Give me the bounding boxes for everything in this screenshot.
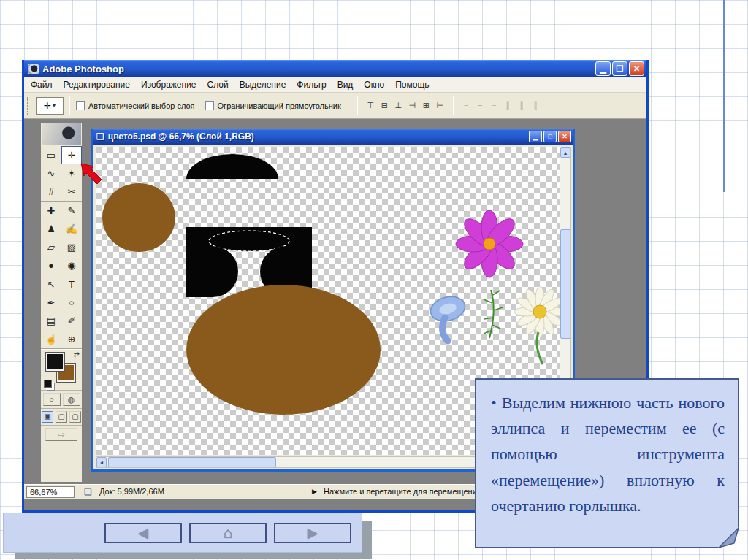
annotation-box: • Выделим нижнюю часть нового эллипса и … bbox=[475, 378, 739, 548]
align-right-icon[interactable]: ⊢ bbox=[434, 99, 446, 112]
vertical-scroll-thumb[interactable] bbox=[560, 229, 570, 339]
zoom-level-field[interactable]: 66,67% bbox=[26, 486, 75, 498]
folded-corner bbox=[717, 526, 739, 548]
nav-home-button[interactable]: ⌂ bbox=[189, 523, 267, 543]
options-grip bbox=[27, 97, 30, 115]
doc-close-button[interactable]: ✕ bbox=[558, 131, 571, 142]
distribute-top-icon: ≡ bbox=[460, 99, 473, 112]
foreground-color-swatch[interactable] bbox=[46, 353, 64, 371]
nav-back-button[interactable]: ◀ bbox=[104, 523, 182, 543]
distribute-left-icon: ∥ bbox=[502, 99, 514, 112]
tool-notes[interactable]: ▤ bbox=[41, 312, 61, 330]
menu-view[interactable]: Вид bbox=[337, 80, 354, 90]
auto-select-checkbox[interactable] bbox=[76, 101, 85, 110]
tool-healing-brush[interactable]: ✚ bbox=[41, 202, 61, 220]
document-icon: ❏ bbox=[96, 131, 104, 142]
align-top-icon[interactable]: ⊤ bbox=[365, 99, 377, 112]
quick-mask-mode-button[interactable]: ◍ bbox=[63, 393, 80, 406]
tool-lasso[interactable]: ∿ bbox=[41, 164, 61, 183]
default-colors-icon[interactable] bbox=[44, 380, 52, 388]
toolbox-palette: ▭ ✛ ∿ ✶ # ✂ ✚ ✎ ♟ ✍ ▱ ▨ ● ◉ bbox=[40, 122, 83, 483]
tool-crop[interactable]: # bbox=[41, 183, 61, 201]
restore-button[interactable]: ❐ bbox=[612, 61, 627, 76]
flower-pink bbox=[456, 210, 523, 277]
bounding-box-checkbox[interactable] bbox=[205, 101, 214, 110]
tool-gradient[interactable]: ▨ bbox=[61, 238, 82, 256]
move-tool-icon: ✛ bbox=[44, 101, 51, 111]
minimize-button[interactable]: ▁ bbox=[595, 61, 611, 76]
chevron-down-icon: ▾ bbox=[53, 102, 56, 109]
slide-nav-bar: ◀ ⌂ ▶ bbox=[3, 513, 362, 553]
auto-select-label: Автоматический выбор слоя bbox=[88, 101, 195, 110]
photoshop-app-icon bbox=[28, 64, 39, 74]
tool-preset-picker[interactable]: ✛ ▾ bbox=[36, 97, 64, 115]
app-title: Adobe Photoshop bbox=[42, 64, 124, 74]
tip-arrow-icon: ▶ bbox=[312, 488, 317, 495]
tool-pen[interactable]: ✒ bbox=[41, 294, 61, 312]
app-titlebar[interactable]: Adobe Photoshop ▁ ❐ ✕ bbox=[24, 60, 646, 77]
bounding-box-option[interactable]: Ограничивающий прямоугольник bbox=[205, 101, 341, 110]
toolbox-banner bbox=[42, 123, 81, 145]
align-vcenter-icon[interactable]: ⊟ bbox=[378, 99, 391, 112]
fullscreen-menu-button[interactable]: ▢ bbox=[56, 411, 67, 423]
tool-zoom[interactable]: ⊕ bbox=[61, 330, 82, 348]
menu-help[interactable]: Помощь bbox=[395, 80, 429, 90]
swap-colors-icon[interactable]: ⇄ bbox=[74, 350, 80, 358]
color-swatches: ⇄ bbox=[41, 349, 82, 390]
tool-eraser[interactable]: ▱ bbox=[41, 238, 61, 256]
shape-brown-ellipse bbox=[186, 285, 381, 415]
mask-mode-row: ○ ◍ bbox=[41, 390, 82, 408]
jump-to-imageready-button[interactable]: ⇨ bbox=[45, 428, 77, 441]
distribute-hcenter-icon: ∥ bbox=[516, 99, 528, 112]
auto-select-layer-option[interactable]: Автоматический выбор слоя bbox=[76, 101, 195, 110]
tool-blur[interactable]: ● bbox=[41, 256, 61, 275]
tool-type[interactable]: T bbox=[61, 275, 82, 294]
tool-slice[interactable]: ✂ bbox=[61, 183, 82, 201]
screen-mode-row: ▣ ▢ ▢ bbox=[41, 408, 82, 425]
fullscreen-button[interactable]: ▢ bbox=[69, 411, 81, 423]
tool-dodge[interactable]: ◉ bbox=[61, 256, 82, 275]
menu-select[interactable]: Выделение bbox=[240, 80, 286, 90]
menu-image[interactable]: Изображение bbox=[141, 80, 196, 90]
scroll-up-icon[interactable]: ▴ bbox=[560, 147, 570, 158]
doc-size-value[interactable]: Док: 5,99М/2,66М bbox=[99, 487, 164, 496]
scroll-left-icon[interactable]: ◂ bbox=[96, 457, 107, 467]
bounding-box-label: Ограничивающий прямоугольник bbox=[218, 101, 341, 110]
tool-path-selection[interactable]: ↖ bbox=[41, 275, 61, 294]
red-pointer-arrow bbox=[80, 162, 104, 187]
close-button[interactable]: ✕ bbox=[629, 61, 644, 76]
distribute-right-icon: ∥ bbox=[530, 99, 542, 112]
tool-history-brush[interactable]: ✍ bbox=[61, 220, 82, 238]
distribute-vcenter-icon: ≡ bbox=[474, 99, 486, 112]
tool-rectangular-marquee[interactable]: ▭ bbox=[41, 146, 61, 164]
align-hcenter-icon[interactable]: ⊞ bbox=[420, 99, 432, 112]
menu-edit[interactable]: Редактирование bbox=[64, 80, 130, 90]
standard-mode-button[interactable]: ○ bbox=[43, 393, 61, 406]
doc-minimize-button[interactable]: ▁ bbox=[529, 131, 542, 142]
document-title: цвето5.psd @ 66,7% (Слой 1,RGB) bbox=[108, 131, 254, 142]
menu-filter[interactable]: Фильтр bbox=[297, 80, 326, 90]
align-bottom-icon[interactable]: ⊥ bbox=[392, 99, 405, 112]
tool-brush[interactable]: ✎ bbox=[61, 202, 82, 220]
back-icon: ◀ bbox=[138, 525, 148, 541]
annotation-text: • Выделим нижнюю часть нового эллипса и … bbox=[476, 380, 738, 518]
document-titlebar[interactable]: ❏ цвето5.psd @ 66,7% (Слой 1,RGB) ▁ □ ✕ bbox=[94, 129, 573, 145]
tool-shape[interactable]: ○ bbox=[61, 294, 82, 312]
nav-forward-button[interactable]: ▶ bbox=[274, 523, 351, 543]
shape-brown-circle bbox=[102, 183, 175, 252]
tool-magic-wand[interactable]: ✶ bbox=[61, 164, 82, 183]
align-left-icon[interactable]: ⊣ bbox=[406, 99, 419, 112]
tool-clone-stamp[interactable]: ♟ bbox=[41, 220, 61, 238]
menu-window[interactable]: Окно bbox=[364, 80, 384, 90]
doc-maximize-button[interactable]: □ bbox=[543, 131, 557, 142]
standard-screen-button[interactable]: ▣ bbox=[42, 411, 53, 423]
tool-eyedropper[interactable]: ✐ bbox=[61, 312, 82, 330]
horizontal-scroll-thumb[interactable] bbox=[108, 457, 276, 467]
imageready-row: ⇨ bbox=[41, 425, 82, 443]
distribute-bottom-icon: ≡ bbox=[488, 99, 500, 112]
tool-move[interactable]: ✛ bbox=[61, 146, 82, 164]
menu-bar: Файл Редактирование Изображение Слой Выд… bbox=[24, 77, 646, 93]
tool-hand[interactable]: ☝ bbox=[41, 330, 61, 348]
menu-layer[interactable]: Слой bbox=[207, 80, 229, 90]
menu-file[interactable]: Файл bbox=[31, 80, 53, 90]
